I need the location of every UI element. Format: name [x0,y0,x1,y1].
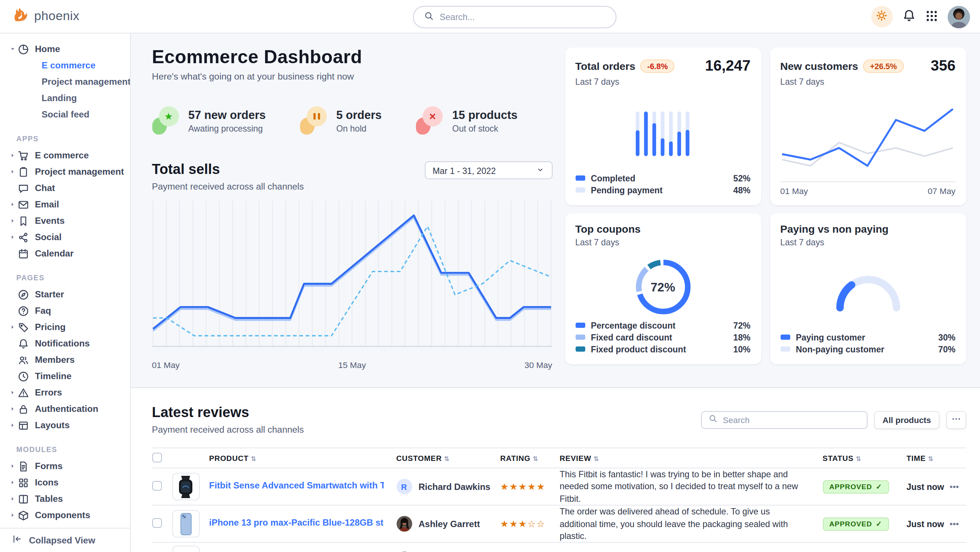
product-image-smartwatch [176,475,195,498]
main-content: Ecommerce Dashboard Here's what's going … [130,34,980,552]
mail-icon [18,199,29,210]
column-header-status[interactable]: STATUS⇅ [822,448,907,468]
search-icon [708,414,718,423]
total-orders-title: Total orders [575,60,635,72]
review-text: The order was delivered ahead of schedul… [560,506,822,542]
sidebar-item-notifications[interactable]: Notifications [0,335,130,352]
x-label-start: 01 May [152,361,180,370]
sidebar-item-home[interactable]: Home [0,41,130,57]
legend-value: 48% [733,185,751,195]
sidebar-item-starter[interactable]: Starter [0,286,130,303]
collapsed-view-label: Collapsed View [29,535,95,545]
legend-label: Paying customer [796,332,865,341]
reviews-search[interactable] [701,411,867,429]
sidebar-item-email[interactable]: Email [0,196,130,213]
sidebar-item-timeline[interactable]: Timeline [0,368,130,384]
legend-swatch [575,175,585,180]
sidebar-item-forms[interactable]: Forms [0,458,130,474]
reviews-search-input[interactable] [723,415,860,424]
stats-row: ★57 new ordersAwating processing5 orders… [152,106,552,134]
product-thumbnail[interactable] [172,546,199,552]
file-icon [18,461,29,472]
sidebar-item-chat[interactable]: Chat [0,180,130,196]
sidebar-item-faq[interactable]: Faq [0,303,130,319]
product-thumbnail[interactable] [172,473,199,500]
legend-item-fixed-product-discount: Fixed product discount10% [575,343,751,355]
sidebar-section-pages-label: PAGES [0,274,130,282]
column-header-rating[interactable]: RATING⇅ [500,448,560,468]
row-checkbox[interactable] [152,481,162,490]
sidebar-item-project-management[interactable]: Project management [0,73,130,90]
sidebar-item-social[interactable]: Social [0,229,130,245]
user-avatar[interactable] [947,6,970,28]
all-products-button[interactable]: All products [874,411,939,429]
sidebar-section-apps-label: APPS [0,134,130,143]
legend-swatch [575,187,585,192]
legend-item-paying-customer: Paying customer30% [780,331,956,343]
rating-stars: ★★★☆☆ [500,519,546,529]
sidebar-item-e-commerce[interactable]: E commerce [0,57,130,73]
stat-icon-badge [300,106,327,134]
sidebar-item-pricing[interactable]: Pricing [0,319,130,335]
stat-subtitle: On hold [336,123,382,133]
sidebar-item-components[interactable]: Components [0,507,130,523]
latest-reviews-subtitle: Payment received across all channels [152,424,304,435]
select-all-checkbox[interactable] [152,452,162,462]
compass-icon [18,289,29,300]
column-header-time[interactable]: TIME⇅ [907,448,950,468]
theme-toggle-button[interactable] [871,6,892,27]
row-checkbox[interactable] [152,518,162,528]
top-coupons-legend: Percentage discount72%Fixed card discoun… [575,319,751,355]
paying-gauge-chart [831,266,905,314]
sidebar-item-errors[interactable]: Errors [0,384,130,401]
stat-5-orders: 5 ordersOn hold [300,106,382,134]
sidebar-item-social-feed[interactable]: Social feed [0,106,130,123]
sort-icon: ⇅ [533,455,538,462]
customer-name: Richard Dawkins [418,481,490,492]
sidebar-item-project-management[interactable]: Project management [0,164,130,180]
sidebar-item-landing[interactable]: Landing [0,90,130,106]
donut-center-label: 72% [633,257,692,317]
reviews-more-button[interactable] [946,411,966,429]
top-coupons-period: Last 7 days [575,237,751,247]
layout-icon [18,420,29,431]
customer-photo [396,516,412,531]
legend-item-fixed-card-discount: Fixed card discount18% [575,331,751,343]
sidebar-item-members[interactable]: Members [0,352,130,368]
brand-logo[interactable]: phoenix [0,7,80,26]
sidebar-item-icons[interactable]: Icons [0,474,130,491]
product-link[interactable]: Fitbit Sense Advanced Smartwatch with To… [209,480,383,491]
sort-icon: ⇅ [928,455,934,462]
select-all-header [152,448,172,468]
column-header-customer[interactable]: CUSTOMER⇅ [396,448,500,468]
legend-item-pending-payment: Pending payment48% [575,183,751,196]
sidebar-item-authentication[interactable]: Authentication [0,401,130,417]
bell-icon [18,338,29,349]
global-search-input[interactable] [440,11,605,22]
product-link[interactable]: iPhone 13 pro max-Pacific Blue-128GB sto… [209,517,383,528]
notifications-button[interactable] [902,9,915,24]
global-search[interactable] [413,6,616,28]
sidebar-item-layouts[interactable]: Layouts [0,417,130,434]
sidebar-item-e-commerce[interactable]: E commerce [0,147,130,164]
search-icon [424,11,434,21]
legend-label: Completed [591,173,635,182]
row-actions-button[interactable]: ••• [950,518,959,529]
column-header-product[interactable]: PRODUCT⇅ [209,448,396,468]
chevron-right-icon [10,512,16,518]
sidebar-item-events[interactable]: Events [0,213,130,229]
total-orders-badge: -6.8% [641,59,675,72]
collapsed-view-button[interactable]: Collapsed View [0,528,130,552]
calendar-icon [18,248,29,259]
sidebar-item-calendar[interactable]: Calendar [0,245,130,262]
product-thumbnail[interactable] [172,510,199,538]
paying-legend: Paying customer30%Non-paying customer70% [780,331,956,355]
x-label-end: 07 May [928,187,956,196]
sidebar-item-tables[interactable]: Tables [0,491,130,507]
apps-menu-button[interactable] [925,9,938,24]
date-range-select[interactable]: Mar 1 - 31, 2022 [425,161,552,179]
question-icon [18,305,29,316]
row-actions-button[interactable]: ••• [950,481,959,492]
sun-icon [876,10,888,24]
column-header-review[interactable]: REVIEW⇅ [560,448,822,468]
